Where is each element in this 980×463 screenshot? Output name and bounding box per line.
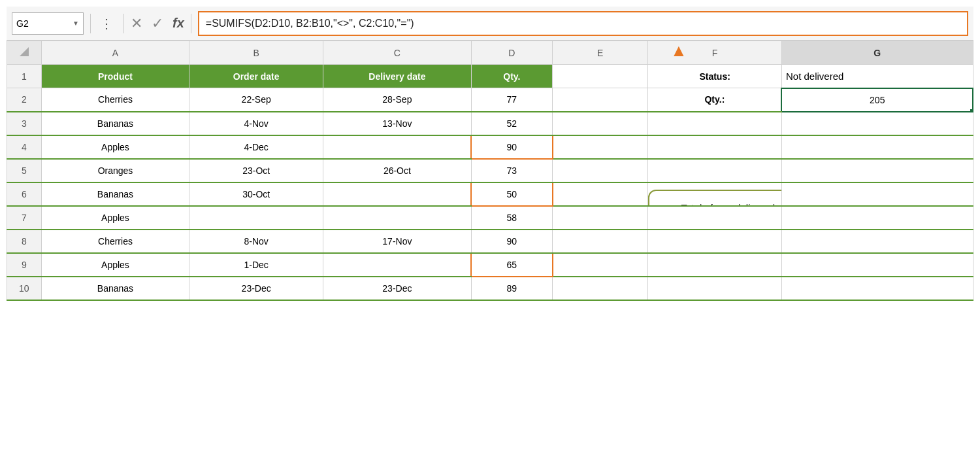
cell-d7[interactable]: 58 <box>471 206 552 230</box>
cell-g9[interactable] <box>781 253 973 277</box>
cell-a8[interactable]: Cherries <box>41 230 189 253</box>
cell-g1[interactable]: Not delivered <box>781 65 973 88</box>
header-order-date[interactable]: Order date <box>189 65 323 88</box>
cell-c10[interactable]: 23-Dec <box>323 277 472 300</box>
header-delivery-date[interactable]: Delivery date <box>323 65 472 88</box>
cell-e7 <box>553 206 648 230</box>
formula-input[interactable]: =SUMIFS(D2:D10, B2:B10,"<>", C2:C10,"=") <box>198 11 968 36</box>
table-row: 3 Bananas 4-Nov 13-Nov 52 <box>7 112 973 135</box>
cell-a9[interactable]: Apples <box>41 253 189 277</box>
more-options-icon[interactable]: ⋮ <box>97 16 117 31</box>
spreadsheet-table: A B C D E F G 1 Product Order date Deliv… <box>7 41 973 301</box>
cell-d5[interactable]: 73 <box>471 159 552 182</box>
cell-c6[interactable] <box>323 182 472 206</box>
header-qty[interactable]: Qty. <box>471 65 552 88</box>
cell-reference-box[interactable]: G2 ▼ <box>12 12 84 35</box>
divider-3 <box>191 14 191 33</box>
row-num-10: 10 <box>7 277 42 300</box>
cell-a7[interactable]: Apples <box>41 206 189 230</box>
cell-e9 <box>553 253 648 277</box>
row-num-6: 6 <box>7 182 42 206</box>
table-row: 7 Apples 58 <box>7 206 973 230</box>
cell-b5[interactable]: 23-Oct <box>189 159 323 182</box>
cell-d8[interactable]: 90 <box>471 230 552 253</box>
cell-d9[interactable]: 65 <box>471 253 552 277</box>
cell-c2[interactable]: 28-Sep <box>323 88 472 112</box>
cell-b7[interactable] <box>189 206 323 230</box>
cell-d4[interactable]: 90 <box>471 135 552 159</box>
cell-d2[interactable]: 77 <box>471 88 552 112</box>
tooltip-line1: Total of non-delivered products: <box>661 200 781 206</box>
cell-c3[interactable]: 13-Nov <box>323 112 472 135</box>
tooltip-box: Total of non-delivered products: 90+50+6… <box>648 190 781 206</box>
cell-d3[interactable]: 52 <box>471 112 552 135</box>
cell-b2[interactable]: 22-Sep <box>189 88 323 112</box>
cancel-icon[interactable]: ✕ <box>131 15 142 32</box>
cell-c7[interactable] <box>323 206 472 230</box>
col-header-d[interactable]: D <box>471 41 552 65</box>
col-header-b[interactable]: B <box>189 41 323 65</box>
cell-a3[interactable]: Bananas <box>41 112 189 135</box>
cell-g2[interactable]: 205 <box>781 88 973 112</box>
divider-1 <box>90 14 91 33</box>
row-num-3: 3 <box>7 112 42 135</box>
cell-c4[interactable] <box>323 135 472 159</box>
cell-g6[interactable] <box>781 182 973 206</box>
cell-a5[interactable]: Oranges <box>41 159 189 182</box>
cell-a2[interactable]: Cherries <box>41 88 189 112</box>
cell-b3[interactable]: 4-Nov <box>189 112 323 135</box>
cell-f3 <box>648 112 782 135</box>
spreadsheet-wrapper: ▲ A B C D E F <box>7 41 973 301</box>
cell-b6[interactable]: 30-Oct <box>189 182 323 206</box>
cell-c8[interactable]: 17-Nov <box>323 230 472 253</box>
cell-d6[interactable]: 50 <box>471 182 552 206</box>
table-row: 5 Oranges 23-Oct 26-Oct 73 <box>7 159 973 182</box>
cell-d10[interactable]: 89 <box>471 277 552 300</box>
cell-g10[interactable] <box>781 277 973 300</box>
cell-b9[interactable]: 1-Dec <box>189 253 323 277</box>
cell-g7[interactable] <box>781 206 973 230</box>
cell-b4[interactable]: 4-Dec <box>189 135 323 159</box>
col-header-a[interactable]: A <box>41 41 189 65</box>
confirm-icon[interactable]: ✓ <box>152 15 163 32</box>
cell-f9 <box>648 253 782 277</box>
row-num-4: 4 <box>7 135 42 159</box>
cell-g4[interactable] <box>781 135 973 159</box>
cell-g5[interactable] <box>781 159 973 182</box>
cell-e5 <box>553 159 648 182</box>
cell-f6: Total of non-delivered products: 90+50+6… <box>648 182 782 206</box>
cell-f10 <box>648 277 782 300</box>
corner-header <box>7 41 42 65</box>
cell-e1 <box>553 65 648 88</box>
cell-a6[interactable]: Bananas <box>41 182 189 206</box>
table-row: 6 Bananas 30-Oct 50 Total of non-deliver… <box>7 182 973 206</box>
cell-f8 <box>648 230 782 253</box>
cell-a4[interactable]: Apples <box>41 135 189 159</box>
table-row: 4 Apples 4-Dec 90 <box>7 135 973 159</box>
col-header-g[interactable]: G <box>781 41 973 65</box>
col-header-e[interactable]: E <box>553 41 648 65</box>
cell-f2: Qty.: <box>648 88 782 112</box>
divider-2 <box>123 14 124 33</box>
table-row: 1 Product Order date Delivery date Qty. … <box>7 65 973 88</box>
cell-b10[interactable]: 23-Dec <box>189 277 323 300</box>
cell-c9[interactable] <box>323 253 472 277</box>
cell-c5[interactable]: 26-Oct <box>323 159 472 182</box>
header-product[interactable]: Product <box>41 65 189 88</box>
cell-a10[interactable]: Bananas <box>41 277 189 300</box>
cell-b8[interactable]: 8-Nov <box>189 230 323 253</box>
insert-function-icon[interactable]: fx <box>172 16 184 31</box>
cell-e8 <box>553 230 648 253</box>
cell-g8[interactable] <box>781 230 973 253</box>
row-num-2: 2 <box>7 88 42 112</box>
col-header-f[interactable]: F <box>648 41 782 65</box>
cell-g3[interactable] <box>781 112 973 135</box>
cell-e6 <box>553 182 648 206</box>
row-num-5: 5 <box>7 159 42 182</box>
cell-e3 <box>553 112 648 135</box>
cell-f7 <box>648 206 782 230</box>
cell-ref-dropdown-icon[interactable]: ▼ <box>73 20 79 27</box>
col-header-c[interactable]: C <box>323 41 472 65</box>
cell-e2 <box>553 88 648 112</box>
formula-bar-icons: ✕ ✓ fx <box>131 15 184 32</box>
